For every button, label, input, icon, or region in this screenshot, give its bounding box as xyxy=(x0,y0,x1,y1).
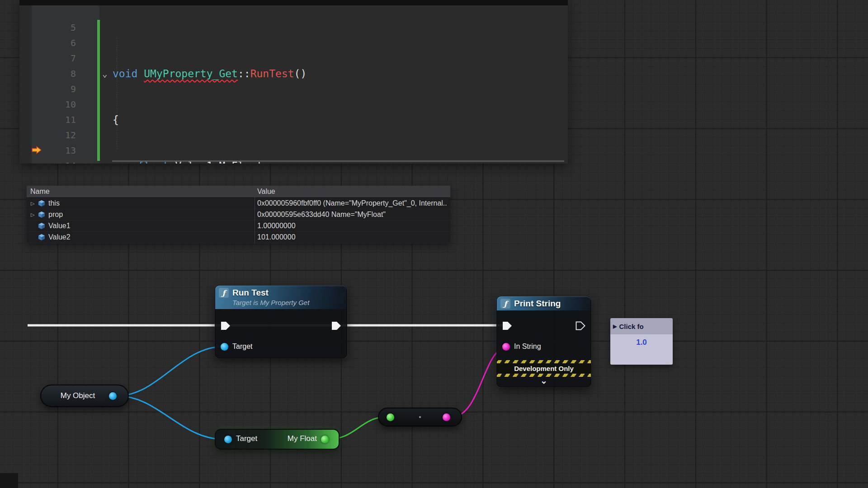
column-header-name[interactable]: Name xyxy=(27,188,255,196)
node-subtitle: Target is My Property Get xyxy=(232,299,342,306)
variable-node-label: My Object xyxy=(61,391,109,400)
reroute-dot-icon: • xyxy=(419,413,421,421)
code-token: UMyProperty_Get xyxy=(144,68,238,80)
code-token: :: xyxy=(238,68,250,80)
pin-label-my-float: My Float xyxy=(288,434,317,443)
float-input-pin[interactable] xyxy=(387,413,394,421)
column-header-value[interactable]: Value xyxy=(255,188,450,196)
variable-name: Value2 xyxy=(48,233,71,241)
banner-text: Development Only xyxy=(497,363,591,374)
variable-name: Value1 xyxy=(48,222,71,230)
code-token: RunTest xyxy=(250,68,294,80)
code-line-5: ⌄void UMyProperty_Get::RunTest() xyxy=(99,66,568,81)
exec-in-pin[interactable] xyxy=(502,321,512,330)
variable-value: 1.00000000 xyxy=(255,222,450,230)
code-line-6: { xyxy=(99,112,568,127)
line-number: 12 xyxy=(32,127,76,143)
line-number: 7 xyxy=(32,51,76,66)
pin-label-in-string: In String xyxy=(514,343,541,351)
code-token: () xyxy=(294,68,307,80)
line-number-gutter: 5 6 7 8 9 10 11 12 13 14 xyxy=(32,5,99,164)
function-icon: ƒ xyxy=(219,288,229,298)
in-string-pin[interactable] xyxy=(502,343,510,351)
line-number: 9 xyxy=(32,81,76,97)
exec-in-pin[interactable] xyxy=(221,321,231,330)
play-icon: ▶ xyxy=(613,324,617,329)
vcs-change-bar xyxy=(97,20,100,161)
watch-panel: Name Value ▷ this 0x000005960fbf0ff0 (Na… xyxy=(27,186,450,244)
wire-object-to-getter-target[interactable] xyxy=(117,396,223,439)
variable-name: this xyxy=(48,199,60,207)
line-number: 11 xyxy=(32,112,76,127)
fold-chevron-icon[interactable]: ⌄ xyxy=(102,66,107,81)
expand-arrow-icon[interactable]: ▷ xyxy=(31,201,38,206)
code-area[interactable]: ⌄void UMyProperty_Get::RunTest() { float… xyxy=(99,5,568,164)
variable-icon xyxy=(38,200,45,207)
variable-value: 0x00000595e633dd40 Name="MyFloat" xyxy=(255,211,450,219)
float-output-pin[interactable] xyxy=(321,436,329,443)
watch-row-prop[interactable]: ▷ prop 0x00000595e633dd40 Name="MyFloat" xyxy=(27,209,450,221)
variable-value: 0x000005960fbf0ff0 (Name="MyProperty_Get… xyxy=(255,199,450,207)
panel-corner xyxy=(0,473,18,488)
node-print-string[interactable]: ƒ Print String In String Development Onl… xyxy=(496,296,591,387)
execution-pointer-icon[interactable] xyxy=(31,145,42,155)
node-title: Print String xyxy=(514,299,561,309)
pin-label-target: Target xyxy=(232,343,252,351)
debug-bubble-value: 1.0 xyxy=(610,334,673,365)
line-number: 14 xyxy=(32,158,76,164)
target-pin[interactable] xyxy=(221,343,228,351)
development-only-banner: Development Only xyxy=(497,360,591,377)
wire-object-to-runtest-target[interactable] xyxy=(117,347,223,396)
line-number: 6 xyxy=(32,35,76,51)
debug-watch-bubble: ▶ Click fo 1.0 xyxy=(610,318,673,365)
line-number: 5 xyxy=(32,20,76,35)
code-token: { xyxy=(113,114,119,126)
node-run-test[interactable]: ƒ Run Test Target is My Property Get Tar… xyxy=(215,285,347,358)
target-pin[interactable] xyxy=(224,436,232,443)
object-output-pin[interactable] xyxy=(109,392,117,400)
line-number: 8 xyxy=(32,66,76,81)
horizontal-scrollbar[interactable] xyxy=(112,160,564,162)
debug-bubble-header[interactable]: ▶ Click fo xyxy=(610,318,673,334)
code-editor-panel: 5 6 7 8 9 10 11 12 13 14 ⌄void UMyProper… xyxy=(19,0,568,164)
variable-name: prop xyxy=(48,211,63,219)
variable-icon xyxy=(38,211,45,218)
variable-value: 101.000000 xyxy=(255,233,450,241)
variable-icon xyxy=(38,222,45,230)
exec-out-pin[interactable] xyxy=(331,321,341,330)
code-token: void xyxy=(113,68,144,80)
hazard-stripes xyxy=(497,360,591,363)
string-output-pin[interactable] xyxy=(443,413,450,421)
exec-out-pin[interactable] xyxy=(576,321,585,330)
indent-guide xyxy=(117,38,117,149)
blueprint-graph-background: 5 6 7 8 9 10 11 12 13 14 ⌄void UMyProper… xyxy=(0,0,868,488)
debug-bubble-header-text: Click fo xyxy=(619,323,643,330)
watch-row-value1[interactable]: Value1 1.00000000 xyxy=(27,221,450,232)
watch-header: Name Value xyxy=(27,186,450,198)
node-title: Run Test xyxy=(232,288,269,298)
variable-icon xyxy=(38,234,45,241)
node-my-object[interactable]: My Object xyxy=(40,385,129,407)
breakpoint-margin[interactable] xyxy=(19,5,32,164)
watch-row-this[interactable]: ▷ this 0x000005960fbf0ff0 (Name="MyPrope… xyxy=(27,198,450,209)
editor-top-border xyxy=(19,0,568,5)
collapse-chevron-icon[interactable]: ⌄ xyxy=(497,376,591,386)
function-icon: ƒ xyxy=(500,299,510,309)
node-header[interactable]: ƒ Run Test Target is My Property Get xyxy=(215,286,347,309)
expand-arrow-icon[interactable]: ▷ xyxy=(31,212,38,218)
node-float-to-string-conversion[interactable]: • xyxy=(378,408,462,427)
node-header[interactable]: ƒ Print String xyxy=(497,296,591,310)
pin-label-target: Target xyxy=(236,434,257,443)
node-get-my-float[interactable]: Target My Float xyxy=(215,429,340,450)
line-number: 10 xyxy=(32,97,76,112)
watch-row-value2[interactable]: Value2 101.000000 xyxy=(27,232,450,243)
column-divider[interactable] xyxy=(255,186,255,244)
